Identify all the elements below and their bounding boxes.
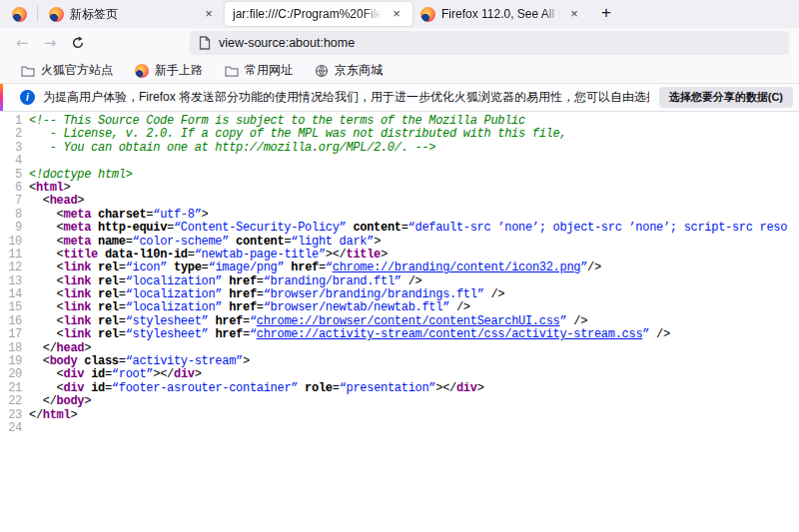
tab-view-source-active[interactable]: jar:file:///C:/Program%20Files/Mo × xyxy=(225,2,412,26)
source-segment: = xyxy=(243,315,250,328)
source-segment: head xyxy=(57,342,85,355)
url-text[interactable]: view-source:about:home xyxy=(219,36,355,50)
source-line: 21 <div id=“footer-asrouter-container” r… xyxy=(0,382,799,395)
source-segment: http-equiv xyxy=(98,222,167,235)
tab-title: 新标签页 xyxy=(70,6,197,23)
source-link[interactable]: chrome://activity-stream/content/css/act… xyxy=(257,328,642,341)
source-segment: “branding/brand.ftl” xyxy=(264,275,401,288)
source-segment: div xyxy=(64,382,85,395)
source-line: 7 <head> xyxy=(0,195,799,208)
source-segment: div xyxy=(456,382,477,395)
source-segment: link xyxy=(64,315,92,328)
source-code-text: - You can obtain one at http://mozilla.o… xyxy=(29,142,435,155)
close-icon[interactable]: × xyxy=(389,6,404,22)
close-icon[interactable]: × xyxy=(201,6,217,22)
source-segment: rel xyxy=(98,328,119,341)
source-segment: </ xyxy=(29,342,57,355)
source-segment: = xyxy=(119,328,126,341)
reload-icon xyxy=(71,36,85,50)
bookmark-getting-started[interactable]: 新手上路 xyxy=(128,61,210,81)
source-segment: href xyxy=(215,315,243,328)
source-segment: href xyxy=(229,288,257,301)
forward-arrow-icon: → xyxy=(44,34,57,52)
source-segment: div xyxy=(64,368,85,381)
browser-window: 新标签页 × jar:file:///C:/Program%20Files/Mo… xyxy=(0,0,799,532)
source-code-text: <meta name=“color-scheme” content=“light… xyxy=(29,236,381,249)
source-segment: <!doctype html> xyxy=(29,169,133,182)
bookmark-label: 新手上路 xyxy=(155,62,203,79)
source-segment: name xyxy=(98,236,126,249)
line-number: 22 xyxy=(0,395,22,408)
source-code-text: </head> xyxy=(29,342,91,355)
source-code-text: <link rel=“stylesheet” href=“chrome://ac… xyxy=(29,328,670,341)
source-line: 19 <body class=“activity-stream”> xyxy=(0,355,799,368)
tab-new-tab-page[interactable]: 新标签页 × xyxy=(41,2,225,26)
source-segment: id xyxy=(91,368,105,381)
source-segment: “ xyxy=(250,328,257,341)
source-segment xyxy=(167,262,174,274)
source-segment: > xyxy=(77,195,84,208)
source-line: 1<!-- This Source Code Form is subject t… xyxy=(0,115,799,128)
navigation-toolbar: ← → view-source:about:home xyxy=(0,28,799,58)
tab-firefox-whatsnew[interactable]: Firefox 112.0, See All New Feat × xyxy=(412,2,590,26)
source-segment: href xyxy=(291,262,319,274)
source-segment: rel xyxy=(98,262,119,274)
source-line: 17 <link rel=“stylesheet” href=“chrome:/… xyxy=(0,328,799,341)
bookmarks-bar: 火狐官方站点 新手上路 常用网址 京东商城 xyxy=(0,58,799,84)
source-code-text: <body class=“activity-stream”> xyxy=(29,355,250,368)
source-code-text: <link rel=“localization” href=“browser/b… xyxy=(29,288,504,301)
source-segment: > xyxy=(195,368,202,381)
line-number: 18 xyxy=(0,342,22,355)
source-segment: rel xyxy=(98,288,119,301)
line-number: 16 xyxy=(0,315,22,328)
pinned-tab[interactable] xyxy=(4,2,34,26)
source-segment: = xyxy=(119,288,126,301)
source-line: 5<!doctype html> xyxy=(0,169,799,182)
bookmark-jd-mall[interactable]: 京东商城 xyxy=(308,61,390,81)
source-link[interactable]: chrome://branding/content/icon32.png xyxy=(333,262,580,274)
source-line: 6<html> xyxy=(0,182,799,195)
source-segment: charset xyxy=(98,209,146,222)
url-bar[interactable]: view-source:about:home xyxy=(190,31,789,55)
source-code-text: <div id=“footer-asrouter-container” role… xyxy=(29,382,484,395)
source-segment: = xyxy=(333,382,340,395)
source-segment: = xyxy=(243,328,250,341)
close-icon[interactable]: × xyxy=(566,6,582,22)
choose-shared-data-button[interactable]: 选择您要分享的数据(C) xyxy=(659,87,793,108)
bookmark-folder-common-sites[interactable]: 常用网址 xyxy=(218,61,300,81)
source-segment: “newtab-page-title” xyxy=(195,249,326,262)
source-segment: meta xyxy=(64,222,92,235)
source-code-text: <link rel=“icon” type=“image/png” href=“… xyxy=(29,262,601,274)
source-segment: /> xyxy=(587,262,601,274)
info-icon: i xyxy=(20,90,35,105)
folder-icon xyxy=(225,65,239,77)
source-segment: “utf-8” xyxy=(153,209,201,222)
source-segment: meta xyxy=(64,209,92,222)
line-number: 1 xyxy=(0,115,22,128)
source-segment: = xyxy=(401,222,408,235)
bookmark-folder-firefox-sites[interactable]: 火狐官方站点 xyxy=(14,61,120,81)
source-segment: content xyxy=(353,222,400,235)
back-button[interactable]: ← xyxy=(8,31,36,55)
source-code-text: <title data-l10n-id=“newtab-page-title”>… xyxy=(29,249,388,262)
source-segment: < xyxy=(29,368,64,381)
source-segment: div xyxy=(174,368,195,381)
reload-button[interactable] xyxy=(64,31,92,55)
new-tab-button[interactable]: + xyxy=(594,2,618,26)
source-segment: meta xyxy=(64,236,92,249)
source-segment: title xyxy=(347,249,382,262)
source-segment: = xyxy=(119,315,126,328)
source-segment: > xyxy=(202,209,209,222)
source-segment: role xyxy=(305,382,333,395)
source-code-text: <meta http-equiv=“Content-Security-Polic… xyxy=(29,222,787,235)
source-line: 20 <div id=“root”></div> xyxy=(0,368,799,381)
source-segment: rel xyxy=(98,315,119,328)
source-segment: link xyxy=(64,301,92,314)
source-segment: “browser/newtab/newtab.ftl” xyxy=(264,301,449,314)
source-segment: ></ xyxy=(435,382,456,395)
line-number: 2 xyxy=(0,128,22,141)
source-segment: ></ xyxy=(153,368,174,381)
source-link[interactable]: chrome://browser/content/contentSearchUI… xyxy=(257,315,560,328)
notification-bar: i 为提高用户体验，Firefox 将发送部分功能的使用情况给我们，用于进一步优… xyxy=(0,84,799,112)
forward-button[interactable]: → xyxy=(36,31,64,55)
